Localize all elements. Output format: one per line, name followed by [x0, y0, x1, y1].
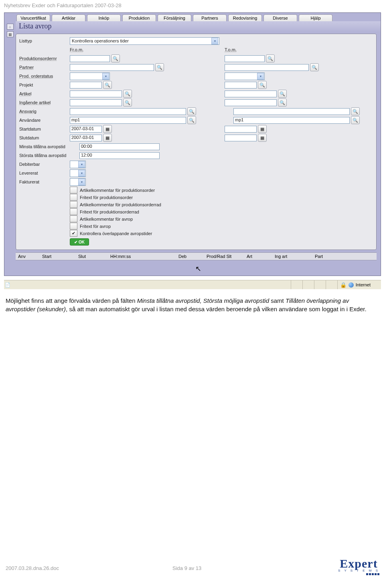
checkbox[interactable] — [70, 187, 77, 193]
status-bar: 📄 🔒 Internet — [4, 280, 381, 289]
calendar-icon[interactable]: ▦ — [103, 134, 112, 142]
menubar: Varucertifikat Artiklar Inköp Produktion… — [4, 13, 381, 21]
dropdown-icon: ▾ — [78, 170, 85, 177]
col-start: Start — [42, 254, 78, 259]
menu-diverse[interactable]: Diverse — [263, 14, 297, 21]
search-icon[interactable]: 🔍 — [103, 81, 112, 89]
lbl-from: Fr.o.m. — [70, 47, 83, 52]
checkbox[interactable] — [70, 215, 77, 222]
page-icon: 📄 — [4, 282, 11, 288]
ansvarig-to[interactable] — [233, 108, 350, 115]
prodstatus-to[interactable]: ▾ — [225, 72, 265, 80]
anvandare-to[interactable]: mp1 — [233, 117, 350, 124]
filter-form: Listtyp Kontrollera operationers tider ▾… — [16, 34, 377, 250]
search-icon[interactable]: 🔍 — [123, 99, 132, 107]
page-footer: 2007.03.28.dna.26.doc Sida 9 av 13 Exper… — [0, 554, 385, 578]
startdatum-from[interactable]: 2007-03-01 — [70, 126, 102, 133]
checkbox-checked[interactable]: ✔ — [70, 230, 77, 237]
left-toolbar: ⌂ ▦ — [4, 21, 16, 276]
col-ingart: Ing art — [275, 254, 315, 259]
prodordernr-to[interactable] — [225, 55, 265, 62]
checkbox[interactable] — [70, 201, 77, 208]
search-icon[interactable]: 🔍 — [266, 54, 275, 62]
body-paragraph: Möjlighet finns att ange förvalda värden… — [6, 296, 379, 313]
lbl-tom: T.o.m. — [225, 47, 237, 52]
col-prodrad: Prod/Rad Slt — [207, 254, 247, 259]
calendar-icon[interactable]: ▦ — [258, 134, 267, 142]
lbl-listtyp: Listtyp — [19, 38, 70, 43]
chk-label: Artikelkommentar för avrop — [80, 217, 133, 222]
fakturerat-select[interactable]: ▾ — [70, 178, 86, 186]
menu-inkop[interactable]: Inköp — [87, 14, 121, 21]
lbl-anvandare: Användare — [19, 118, 70, 123]
search-icon[interactable]: 🔍 — [278, 99, 287, 107]
anvandare-from[interactable]: mp1 — [70, 117, 186, 124]
artikel-from[interactable] — [70, 91, 122, 97]
lbl-ansvarig: Ansvarig — [19, 109, 70, 114]
partner-from[interactable] — [70, 64, 154, 71]
app-window: Varucertifikat Artiklar Inköp Produktion… — [4, 12, 381, 276]
grid-icon[interactable]: ▦ — [7, 31, 14, 37]
prodordernr-from[interactable] — [70, 55, 110, 62]
prodstatus-from[interactable]: ▾ — [70, 72, 110, 80]
cursor-icon: ↖ — [16, 264, 381, 276]
menu-produktion[interactable]: Produktion — [122, 14, 156, 21]
minsta-field[interactable]: 00:00 — [79, 143, 160, 150]
search-icon[interactable]: 🔍 — [310, 63, 319, 71]
search-icon[interactable]: 🔍 — [278, 90, 287, 98]
menu-hjalp[interactable]: Hjälp — [299, 14, 332, 21]
chk-label: Fritext för avrop — [80, 224, 111, 229]
slutdatum-from[interactable]: 2007-03-01 — [70, 135, 102, 141]
menu-redovisning[interactable]: Redovisning — [228, 14, 262, 21]
search-icon[interactable]: 🔍 — [187, 116, 196, 124]
ansvarig-from[interactable] — [70, 108, 186, 115]
listtyp-select[interactable]: Kontrollera operationers tider ▾ — [70, 37, 219, 45]
menu-artiklar[interactable]: Artiklar — [52, 14, 85, 21]
chk-label: Fritext för produktionsorder — [80, 195, 133, 200]
footer-logo: Expert S Y S T E M S — [338, 557, 379, 575]
search-icon[interactable]: 🔍 — [123, 90, 132, 98]
search-icon[interactable]: 🔍 — [258, 81, 267, 89]
search-icon[interactable]: 🔍 — [111, 54, 120, 62]
search-icon[interactable]: 🔍 — [351, 116, 360, 124]
dropdown-icon: ▾ — [78, 161, 85, 168]
doc-header: Nyhetsbrev Exder och Fakturaportalen 200… — [0, 0, 385, 10]
slutdatum-to[interactable] — [225, 135, 257, 141]
lbl-startdatum: Startdatum — [19, 127, 70, 131]
debiterbar-select[interactable]: ▾ — [70, 161, 86, 168]
ok-button[interactable]: ✔OK — [70, 238, 89, 246]
search-icon[interactable]: 🔍 — [187, 107, 196, 115]
menu-forsaljning[interactable]: Försäljning — [158, 14, 191, 21]
calendar-icon[interactable]: ▦ — [258, 125, 267, 133]
checkbox[interactable] — [70, 208, 77, 215]
search-icon[interactable]: 🔍 — [155, 63, 164, 71]
menu-partners[interactable]: Partners — [193, 14, 227, 21]
chk-label: Artikelkommentar för produktionsorderrad — [80, 202, 161, 207]
projekt-to[interactable] — [225, 82, 257, 89]
startdatum-to[interactable] — [225, 126, 257, 133]
partner-to[interactable] — [225, 64, 309, 71]
globe-icon — [349, 282, 354, 288]
checkbox[interactable] — [70, 223, 77, 230]
lbl-levererat: Levererat — [19, 171, 70, 175]
menu-varucertifikat[interactable]: Varucertifikat — [16, 14, 50, 21]
projekt-from[interactable] — [70, 82, 102, 89]
results-header: Anv Start Slut HH:mm:ss Deb Prod/Rad Slt… — [16, 252, 377, 260]
artikel-to[interactable] — [225, 91, 277, 97]
ingart-from[interactable] — [70, 99, 122, 106]
storsta-field[interactable]: 12:00 — [79, 152, 160, 159]
home-icon[interactable]: ⌂ — [7, 24, 14, 30]
chk-label: Kontrollera överlappande avropstider — [80, 231, 152, 236]
col-slut: Slut — [78, 254, 110, 259]
ingart-to[interactable] — [225, 99, 277, 106]
lbl-ingart: Ingående artikel — [19, 100, 70, 105]
search-icon[interactable]: 🔍 — [351, 107, 360, 115]
footer-page: Sida 9 av 13 — [172, 565, 201, 571]
lbl-minsta: Minsta tillåtna avropstid — [19, 144, 79, 149]
lock-icon: 🔒 — [340, 282, 346, 288]
calendar-icon[interactable]: ▦ — [103, 125, 112, 133]
levererat-select[interactable]: ▾ — [70, 169, 86, 177]
checkbox[interactable] — [70, 194, 77, 201]
col-hhmmss: HH:mm:ss — [110, 254, 178, 259]
lbl-partner: Partner — [19, 65, 70, 70]
